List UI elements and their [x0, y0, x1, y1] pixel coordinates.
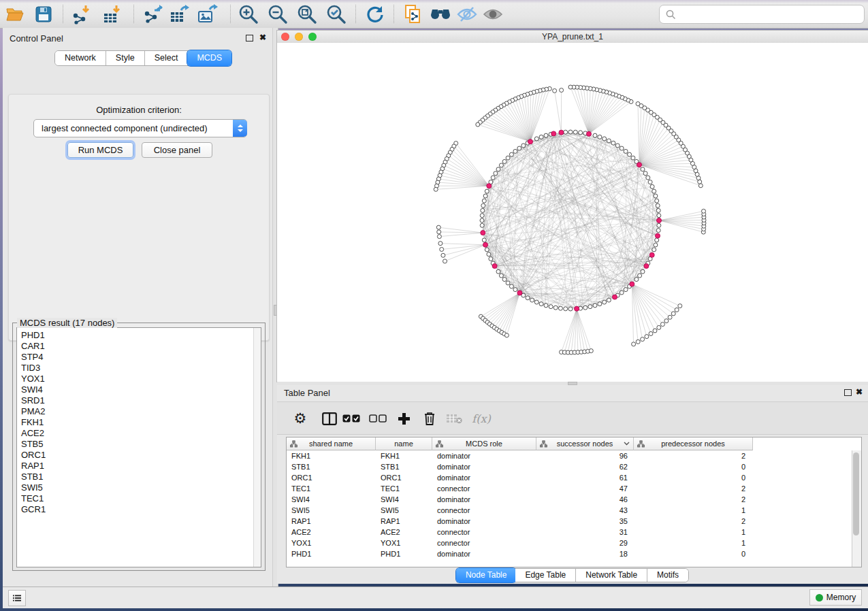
mcds-result-item[interactable]: GCR1: [17, 504, 261, 515]
mcds-result-item[interactable]: STB5: [17, 439, 261, 450]
delete-table-icon[interactable]: [444, 408, 464, 429]
network-node[interactable]: [499, 274, 503, 278]
network-node[interactable]: [678, 304, 682, 308]
network-node[interactable]: [480, 218, 484, 222]
network-node-mcds[interactable]: [575, 306, 579, 311]
network-node[interactable]: [655, 199, 659, 203]
column-header-successor-nodes[interactable]: successor nodes: [536, 437, 634, 450]
scrollbar-thumb[interactable]: [853, 452, 859, 535]
zoom-fit-icon[interactable]: [296, 3, 318, 25]
network-node[interactable]: [480, 214, 484, 218]
delete-column-icon[interactable]: [419, 408, 440, 429]
import-network-icon[interactable]: [71, 3, 93, 25]
network-node[interactable]: [652, 189, 656, 193]
network-node[interactable]: [654, 194, 658, 198]
network-node[interactable]: [648, 180, 652, 184]
import-table-icon[interactable]: [101, 3, 123, 25]
network-node-mcds[interactable]: [487, 184, 492, 188]
network-node[interactable]: [517, 146, 521, 150]
mcds-result-item[interactable]: PMA2: [17, 406, 261, 417]
network-node[interactable]: [509, 152, 513, 156]
zoom-selected-icon[interactable]: [325, 3, 347, 25]
network-node-mcds[interactable]: [656, 233, 660, 238]
network-node[interactable]: [638, 274, 642, 278]
mcds-result-item[interactable]: ORC1: [17, 450, 261, 461]
network-node[interactable]: [534, 137, 539, 141]
export-network-icon[interactable]: [142, 3, 164, 25]
network-node[interactable]: [598, 302, 602, 306]
network-node[interactable]: [702, 209, 706, 213]
network-node-mcds[interactable]: [492, 264, 497, 269]
tab-network-table[interactable]: Network Table: [576, 569, 647, 582]
network-node[interactable]: [564, 130, 568, 134]
network-node[interactable]: [480, 223, 484, 227]
network-node[interactable]: [504, 333, 509, 337]
network-node[interactable]: [564, 307, 568, 311]
table-row[interactable]: ORC1ORC1dominator610: [287, 472, 852, 483]
network-node[interactable]: [502, 278, 507, 282]
network-node[interactable]: [620, 291, 624, 295]
network-node[interactable]: [506, 156, 510, 160]
network-node[interactable]: [496, 167, 500, 171]
network-node-mcds[interactable]: [528, 139, 533, 144]
network-node[interactable]: [560, 88, 564, 93]
mcds-result-item[interactable]: STP4: [17, 352, 261, 363]
network-node[interactable]: [438, 242, 443, 246]
run-mcds-button[interactable]: Run MCDS: [67, 142, 133, 158]
network-node[interactable]: [499, 163, 503, 167]
tab-motifs[interactable]: Motifs: [647, 569, 688, 582]
network-node[interactable]: [568, 85, 573, 89]
network-node[interactable]: [481, 203, 485, 208]
column-header-predecessor-nodes[interactable]: predecessor nodes: [634, 437, 753, 450]
network-node-mcds[interactable]: [630, 282, 634, 286]
network-node[interactable]: [579, 131, 583, 135]
network-node[interactable]: [568, 307, 573, 311]
close-panel-icon[interactable]: ✖: [856, 387, 863, 397]
network-node-mcds[interactable]: [644, 264, 649, 269]
network-node[interactable]: [530, 298, 534, 302]
network-node[interactable]: [607, 139, 611, 143]
task-history-icon[interactable]: [8, 590, 26, 606]
network-node[interactable]: [589, 349, 593, 353]
network-node[interactable]: [641, 337, 645, 342]
network-node[interactable]: [491, 176, 495, 180]
table-row[interactable]: RAP1RAP1dominator352: [287, 516, 852, 527]
network-node[interactable]: [615, 144, 620, 148]
network-node[interactable]: [653, 329, 657, 333]
network-node[interactable]: [549, 305, 553, 309]
table-row[interactable]: YOX1YOX1connector291: [287, 538, 852, 548]
column-header-name[interactable]: name: [376, 437, 432, 450]
network-node[interactable]: [506, 281, 510, 285]
show-all-icon[interactable]: [482, 3, 504, 25]
refresh-icon[interactable]: [364, 3, 386, 25]
network-node[interactable]: [655, 238, 659, 242]
mcds-result-item[interactable]: SWI4: [17, 384, 261, 395]
column-header-MCDS-role[interactable]: MCDS role: [432, 437, 536, 450]
network-node[interactable]: [534, 300, 539, 304]
network-node[interactable]: [656, 208, 660, 212]
network-node[interactable]: [521, 144, 526, 148]
network-node[interactable]: [656, 203, 660, 208]
mcds-result-item[interactable]: TEC1: [17, 493, 261, 504]
table-row[interactable]: FKH1FKH1dominator962: [287, 450, 852, 461]
network-node[interactable]: [441, 253, 445, 257]
network-node[interactable]: [646, 176, 650, 180]
network-node[interactable]: [668, 315, 672, 319]
table-row[interactable]: ACE2ACE2connector311: [287, 527, 852, 538]
network-node[interactable]: [476, 122, 480, 127]
network-node[interactable]: [502, 159, 507, 163]
network-node[interactable]: [620, 146, 624, 150]
export-image-icon[interactable]: [197, 3, 219, 25]
network-node[interactable]: [611, 141, 615, 145]
network-node[interactable]: [602, 300, 607, 304]
network-node[interactable]: [675, 308, 679, 312]
network-node[interactable]: [656, 229, 660, 233]
network-node[interactable]: [657, 214, 661, 218]
table-row[interactable]: SWI5SWI5connector431: [287, 505, 852, 516]
tab-node-table[interactable]: Node Table: [456, 568, 517, 582]
export-table-icon[interactable]: [168, 3, 190, 25]
mcds-list-scrollbar[interactable]: [253, 328, 261, 567]
network-canvas[interactable]: [277, 43, 868, 382]
tab-select[interactable]: Select: [145, 51, 189, 65]
network-node[interactable]: [657, 325, 661, 329]
